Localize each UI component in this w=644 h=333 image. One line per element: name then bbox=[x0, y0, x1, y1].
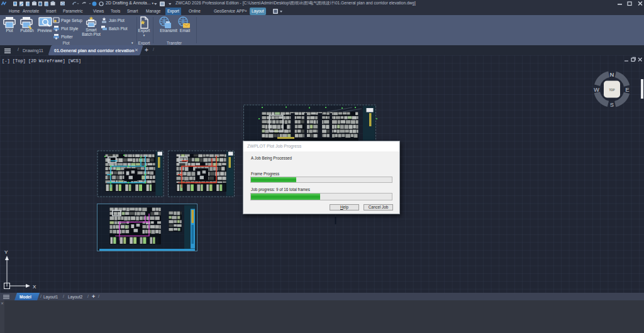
svg-text:E: E bbox=[625, 86, 629, 93]
svg-text:[-] [Top] [2D Wireframe] [WCS]: [-] [Top] [2D Wireframe] [WCS] bbox=[2, 58, 81, 63]
svg-text:Y: Y bbox=[4, 249, 8, 255]
svg-text:TOP: TOP bbox=[609, 89, 614, 92]
svg-text:N: N bbox=[610, 71, 614, 78]
svg-text:W: W bbox=[594, 86, 599, 93]
svg-text:S: S bbox=[610, 101, 614, 108]
svg-text:X: X bbox=[33, 284, 36, 290]
